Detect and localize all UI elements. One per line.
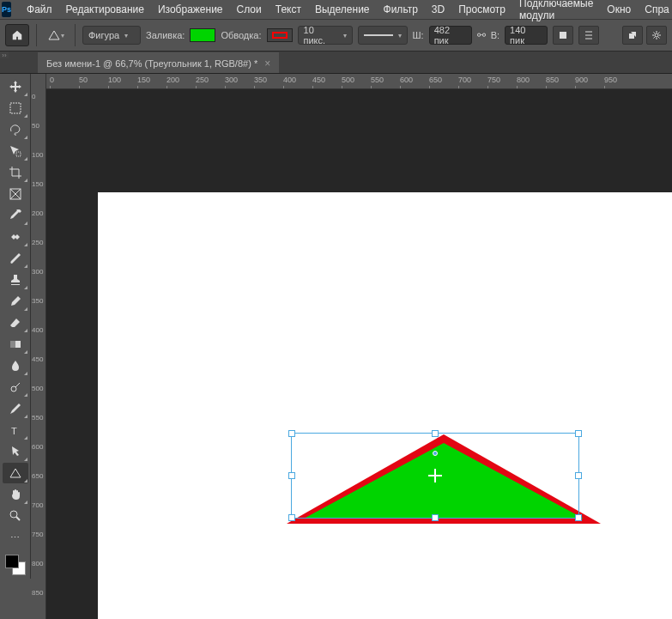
width-input[interactable]: 482 пик	[429, 26, 472, 45]
stroke-label: Обводка:	[221, 30, 261, 40]
ruler-tick: 150	[32, 180, 43, 188]
edit-toolbar[interactable]: ⋯	[3, 527, 28, 548]
ruler-horizontal[interactable]: 0501001502002503003504004505005506006507…	[38, 74, 672, 89]
ruler-tick: 0	[32, 93, 35, 100]
selection-tool[interactable]	[3, 141, 28, 161]
panel-grabber[interactable]: ››	[0, 52, 9, 58]
blur-tool[interactable]	[3, 355, 28, 376]
gear-icon	[651, 29, 663, 41]
ruler-tick: 450	[312, 76, 325, 84]
arrange-button[interactable]	[622, 26, 643, 45]
hand-tool[interactable]	[3, 484, 28, 505]
brush-tool[interactable]	[3, 248, 28, 269]
handle-bot-right[interactable]	[575, 514, 582, 521]
menu-3d[interactable]: 3D	[425, 1, 451, 18]
foreground-color[interactable]	[5, 555, 19, 568]
svg-point-1	[655, 33, 658, 37]
home-button[interactable]	[5, 24, 29, 46]
stroke-width-dropdown[interactable]: 10 пикс. ▾	[298, 26, 353, 45]
gear-button[interactable]	[646, 26, 667, 45]
fill-swatch[interactable]	[190, 28, 215, 42]
document-tabs: Без имени-1 @ 66,7% (Треугольник 1, RGB/…	[0, 52, 672, 74]
height-input[interactable]: 140 пик	[505, 26, 548, 45]
ruler-tick: 750	[32, 531, 43, 538]
shape-mode-label: Фигура	[88, 30, 119, 40]
canvas-area[interactable]	[46, 89, 672, 619]
align-icon	[584, 30, 594, 40]
ruler-tick: 400	[283, 76, 296, 84]
menu-file[interactable]: Файл	[20, 1, 59, 18]
ruler-tick: 600	[400, 76, 413, 84]
eyedropper-tool[interactable]	[3, 205, 28, 226]
handle-top-right[interactable]	[575, 430, 582, 437]
fill-label: Заливка:	[146, 30, 185, 40]
center-mark-icon	[428, 469, 442, 482]
ruler-tick: 500	[32, 385, 43, 392]
ruler-tick: 550	[32, 414, 43, 422]
handle-bot-left[interactable]	[288, 514, 295, 521]
separator	[75, 24, 76, 46]
pen-tool[interactable]	[3, 398, 28, 419]
ruler-tick: 500	[342, 76, 354, 84]
menu-select[interactable]: Выделение	[308, 1, 377, 18]
stroke-swatch[interactable]	[267, 28, 293, 42]
history-brush-tool[interactable]	[3, 291, 28, 312]
path-select-tool[interactable]	[3, 441, 28, 462]
svg-point-9	[10, 511, 17, 518]
handle-mid-right[interactable]	[575, 472, 582, 479]
chevron-down-icon: ▾	[343, 32, 347, 39]
gradient-tool[interactable]	[3, 334, 28, 355]
move-tool[interactable]	[3, 76, 28, 97]
ruler-tick: 250	[32, 239, 43, 246]
ruler-tick: 650	[32, 472, 43, 480]
svg-rect-2	[10, 103, 21, 113]
canvas[interactable]	[98, 192, 672, 619]
stamp-tool[interactable]	[3, 270, 28, 290]
menu-layers[interactable]: Слои	[230, 1, 269, 18]
ruler-vertical[interactable]: 0501001502002503003504004505005506006507…	[31, 74, 46, 619]
shape-tool[interactable]	[3, 463, 28, 483]
shape-mode-dropdown[interactable]: Фигура ▾	[82, 26, 141, 45]
menu-plugins[interactable]: Подключаемые модули	[512, 0, 600, 24]
ruler-tick: 100	[108, 76, 121, 84]
handle-bot-mid[interactable]	[432, 514, 439, 521]
menu-edit[interactable]: Редактирование	[59, 1, 151, 18]
stroke-width-value: 10 пикс.	[304, 25, 338, 46]
healing-tool[interactable]	[3, 227, 28, 247]
close-icon[interactable]: ×	[264, 58, 270, 70]
ruler-tick: 150	[137, 76, 150, 84]
zoom-tool[interactable]	[3, 506, 28, 526]
path-ops-button[interactable]	[553, 26, 573, 45]
height-label: В:	[491, 30, 499, 40]
type-tool[interactable]: T	[3, 420, 28, 440]
transform-bounding-box[interactable]	[291, 433, 579, 519]
eraser-tool[interactable]	[3, 313, 28, 333]
marquee-tool[interactable]	[3, 98, 28, 118]
handle-top-mid[interactable]	[432, 430, 439, 437]
reference-point[interactable]	[433, 451, 438, 456]
menu-image[interactable]: Изображение	[151, 1, 230, 18]
frame-tool[interactable]	[3, 184, 28, 204]
menu-help[interactable]: Спра	[638, 1, 672, 18]
ruler-tick: 350	[32, 297, 43, 305]
menu-window[interactable]: Окно	[600, 1, 638, 18]
handle-mid-left[interactable]	[288, 472, 295, 479]
align-button[interactable]	[578, 26, 599, 45]
menu-text[interactable]: Текст	[269, 1, 308, 18]
ruler-tick: 950	[604, 76, 617, 84]
stroke-style-dropdown[interactable]: ▾	[358, 26, 408, 45]
ruler-tick: 300	[225, 76, 238, 84]
lasso-tool[interactable]	[3, 119, 28, 140]
menu-view[interactable]: Просмотр	[451, 1, 512, 18]
crop-tool[interactable]	[3, 162, 28, 183]
ruler-tick: 50	[79, 76, 88, 84]
color-swatches[interactable]	[5, 555, 26, 575]
ruler-tick: 50	[32, 122, 39, 130]
document-tab[interactable]: Без имени-1 @ 66,7% (Треугольник 1, RGB/…	[38, 52, 279, 73]
dodge-tool[interactable]	[3, 377, 28, 397]
menu-filter[interactable]: Фильтр	[377, 1, 425, 18]
ruler-tick: 100	[32, 151, 43, 159]
stroke-line-preview	[364, 34, 393, 36]
handle-top-left[interactable]	[288, 430, 295, 437]
link-icon[interactable]: ⚯	[477, 29, 486, 41]
